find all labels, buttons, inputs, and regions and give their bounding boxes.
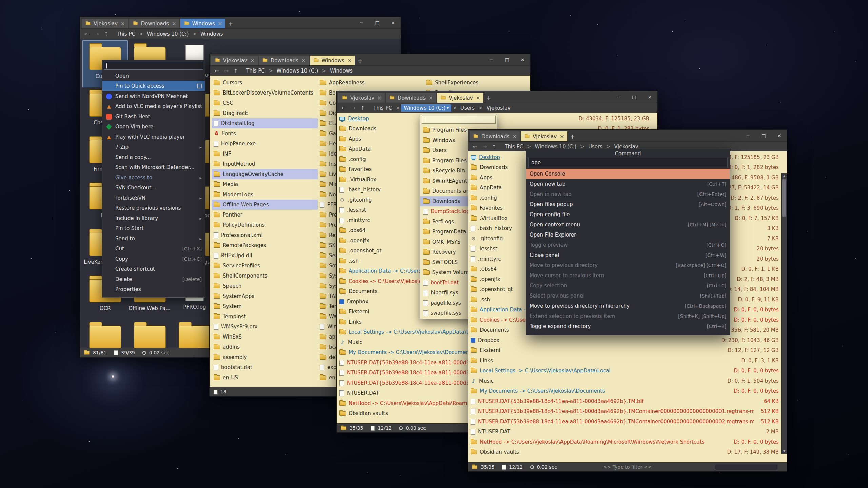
menu-item-7-zip[interactable]: 7-Zip▸ bbox=[102, 142, 205, 152]
tab-vjekoslav[interactable]: Vjekoslav× bbox=[437, 93, 484, 103]
file-row[interactable]: Local Settings -> C:\Users\Vjekoslav\App… bbox=[468, 366, 782, 376]
menu-item-give-access-to[interactable]: Give access to▸ bbox=[102, 172, 205, 183]
file-row[interactable]: ServiceProfiles bbox=[212, 261, 318, 271]
menu-item-pin-to-quick-access[interactable]: Pin to Quick access bbox=[102, 81, 205, 91]
menu-filter-input[interactable] bbox=[104, 62, 203, 70]
breadcrumb-windows-10-c[interactable]: Windows 10 (C:) bbox=[274, 67, 321, 75]
close-button[interactable]: × bbox=[515, 54, 530, 65]
menu-item-send-a-copy[interactable]: Send a copy... bbox=[102, 152, 205, 162]
forward-button[interactable]: → bbox=[349, 105, 358, 111]
breadcrumb-vjekoslav[interactable]: Vjekoslav bbox=[484, 104, 513, 112]
breadcrumb-windows-10-c[interactable]: Windows 10 (C:)▾ bbox=[401, 104, 452, 112]
back-button[interactable]: ← bbox=[339, 105, 348, 111]
menu-item-open[interactable]: Open bbox=[102, 71, 205, 81]
file-row[interactable]: AppReadiness bbox=[318, 78, 424, 88]
breadcrumb-windows-10-c[interactable]: Windows 10 (C:) bbox=[144, 30, 192, 38]
command-item-open-new-tab[interactable]: Open new tab[Ctrl+T] bbox=[526, 179, 730, 189]
file-row[interactable]: LinksD: 0, F: 3, 1 KB bbox=[468, 355, 782, 366]
maximize-button[interactable]: □ bbox=[370, 17, 385, 28]
command-item-move-to-previous-directory-in-hierarchy[interactable]: Move to previous directory in hierarchy[… bbox=[526, 301, 730, 311]
command-item-open-context-menu[interactable]: Open context menu[Ctrl+M] [Menu] bbox=[526, 220, 730, 230]
grid-item[interactable]: Prefetch bbox=[127, 319, 172, 348]
command-item-open-console[interactable]: Open Console bbox=[526, 169, 730, 179]
menu-item-properties[interactable]: Properties bbox=[102, 284, 205, 294]
maximize-button[interactable]: □ bbox=[626, 91, 642, 103]
tab-vjekoslav[interactable]: Vjekoslav× bbox=[211, 56, 258, 65]
file-row[interactable]: NetHood -> C:\Users\Vjekoslav\AppData\Ro… bbox=[468, 437, 782, 447]
menu-item-tortoisesvn[interactable]: TortoiseSVN▸ bbox=[102, 193, 205, 203]
grid-item[interactable]: PolicyDefinitions bbox=[83, 319, 127, 348]
close-button[interactable]: × bbox=[771, 130, 787, 141]
command-item-close-panel[interactable]: Close panel[Ctrl+W] bbox=[526, 250, 730, 260]
tab-vjekoslav[interactable]: Vjekoslav× bbox=[338, 93, 385, 103]
new-tab-button[interactable]: + bbox=[484, 93, 493, 103]
new-tab-button[interactable]: + bbox=[226, 19, 235, 28]
tab-close-icon[interactable]: × bbox=[172, 21, 176, 27]
command-item-select-previous-panel[interactable]: Select previous panel[Shift+Tab] bbox=[526, 291, 730, 301]
command-item-move-to-previous-directory[interactable]: Move to previous directory[Backspace] [C… bbox=[526, 260, 730, 270]
file-row[interactable]: Speech bbox=[212, 281, 318, 291]
file-row[interactable]: RtlExUpd.dll bbox=[212, 250, 318, 261]
tab-close-icon[interactable]: × bbox=[250, 58, 255, 64]
file-row[interactable]: PolicyDefinitions bbox=[212, 220, 318, 230]
tab-close-icon[interactable]: × bbox=[429, 95, 433, 101]
file-row[interactable]: NTUSER.DAT{53b39e88-18c4-11ea-a811-000d3… bbox=[468, 406, 782, 416]
file-row[interactable]: DiagTrack bbox=[212, 108, 318, 118]
menu-item-cut[interactable]: Cut[Ctrl+X] bbox=[102, 244, 205, 254]
titlebar[interactable]: Downloads×Vjekoslav×+ ─ □ × bbox=[468, 130, 787, 142]
minimize-button[interactable]: ─ bbox=[740, 130, 756, 141]
tab-downloads[interactable]: Downloads× bbox=[259, 56, 309, 65]
breadcrumb-users[interactable]: Users bbox=[458, 104, 477, 112]
scroll-thumb[interactable] bbox=[782, 179, 786, 217]
new-tab-button[interactable]: + bbox=[568, 131, 577, 141]
tab-close-icon[interactable]: × bbox=[348, 58, 352, 64]
minimize-button[interactable]: ─ bbox=[484, 54, 499, 65]
file-row[interactable]: BitLockerDiscoveryVolumeContents bbox=[212, 88, 318, 98]
menu-item-restore-previous-versions[interactable]: Restore previous versions bbox=[102, 203, 205, 213]
up-button[interactable]: ↑ bbox=[102, 31, 111, 37]
scroll-up-icon[interactable]: ▲ bbox=[782, 173, 787, 179]
command-palette-input[interactable]: ope bbox=[528, 158, 728, 167]
command-item-toggle-preview[interactable]: Toggle preview[Ctrl+Q] bbox=[526, 240, 730, 250]
tab-downloads[interactable]: Downloads× bbox=[129, 19, 179, 28]
file-row[interactable]: DropboxD: 230, F: 1043, 46 GB bbox=[468, 335, 782, 345]
filter-input[interactable] bbox=[715, 464, 778, 470]
file-row[interactable]: Cursors bbox=[212, 78, 318, 88]
close-button[interactable]: × bbox=[385, 17, 401, 28]
file-row[interactable]: Media bbox=[212, 179, 318, 189]
file-row[interactable]: Panther bbox=[212, 210, 318, 220]
file-row[interactable]: TempInst bbox=[212, 311, 318, 322]
file-row[interactable]: DtcInstall.log bbox=[212, 118, 318, 128]
file-row[interactable]: WinSxS bbox=[212, 332, 318, 342]
menu-item-create-shortcut[interactable]: Create shortcut bbox=[102, 264, 205, 274]
menu-item-scan-with-microsoft-defender[interactable]: Scan with Microsoft Defender... bbox=[102, 162, 205, 172]
file-row[interactable]: ShellExperiences bbox=[424, 78, 530, 88]
breadcrumb-this-pc[interactable]: This PC bbox=[502, 143, 526, 150]
file-row[interactable]: assembly bbox=[212, 352, 318, 362]
file-row[interactable]: AFonts bbox=[212, 128, 318, 139]
menu-item-include-in-library[interactable]: Include in library▸ bbox=[102, 213, 205, 223]
breadcrumb-this-pc[interactable]: This PC bbox=[371, 104, 395, 112]
command-item-open-file-explorer[interactable]: Open File Explorer bbox=[526, 230, 730, 240]
maximize-button[interactable]: □ bbox=[499, 54, 515, 65]
tab-close-icon[interactable]: × bbox=[512, 134, 517, 140]
breadcrumb-this-pc[interactable]: This PC bbox=[243, 67, 268, 75]
file-row[interactable]: ShellComponents bbox=[212, 271, 318, 281]
minimize-button[interactable]: ─ bbox=[611, 91, 626, 103]
menu-item-send-to[interactable]: Send to▸ bbox=[102, 233, 205, 244]
menu-item-open-vim-here[interactable]: Open Vim here bbox=[102, 122, 205, 132]
file-row[interactable]: bootstat.dat bbox=[212, 362, 318, 372]
tab-downloads[interactable]: Downloads× bbox=[470, 131, 520, 141]
minimize-button[interactable]: ─ bbox=[354, 17, 370, 28]
scroll-down-icon[interactable]: ▼ bbox=[782, 448, 787, 454]
file-row[interactable]: en-US bbox=[212, 372, 318, 383]
tab-close-icon[interactable]: × bbox=[476, 95, 480, 101]
file-row[interactable]: NTUSER.DAT2 MB bbox=[468, 427, 782, 437]
menu-item-play-with-vlc-media-player[interactable]: ▲Play with VLC media player bbox=[102, 132, 205, 142]
tab-close-icon[interactable]: × bbox=[377, 95, 382, 101]
close-button[interactable]: × bbox=[642, 91, 657, 103]
menu-item-delete[interactable]: Delete[Delete] bbox=[102, 274, 205, 284]
file-row[interactable]: RemotePackages bbox=[212, 240, 318, 250]
file-row[interactable]: INF bbox=[212, 149, 318, 159]
new-tab-button[interactable]: + bbox=[356, 56, 364, 65]
